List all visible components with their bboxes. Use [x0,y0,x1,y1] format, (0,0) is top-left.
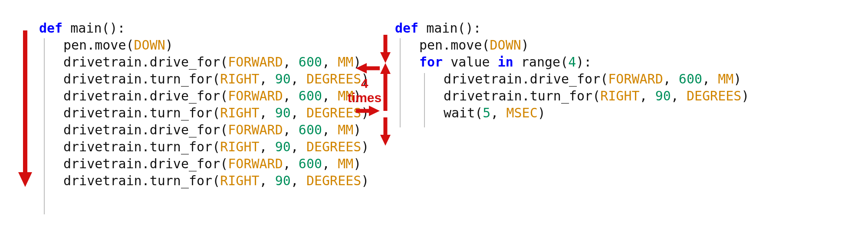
arrow-right-icon [356,104,380,117]
svg-marker-5 [380,63,391,74]
function-name: main [70,20,102,36]
code-line: drivetrain.turn_for(RIGHT, 90, DEGREES) [39,70,369,87]
arrow-left-icon [356,62,380,75]
keyword-def: def [39,20,62,36]
loop-count-word: times [347,90,382,105]
code-line: def main(): [39,20,369,37]
svg-marker-7 [356,63,367,73]
loop-count-number: 4 [347,76,382,90]
code-line: drivetrain.turn_for(RIGHT, 90, DEGREES) [39,138,369,155]
keyword-for: for [419,54,443,70]
indent-guide-right-2 [424,73,425,127]
code-line: def main(): [395,20,749,37]
code-block-right: def main(): pen.move(DOWN) for value in … [395,20,749,121]
indent-guide-right-1 [400,38,401,127]
code-line: pen.move(DOWN) [395,37,749,53]
code-line: pen.move(DOWN) [39,37,369,53]
code-line: drivetrain.drive_for(FORWARD, 600, MM) [395,70,749,87]
comparison-stage: def main(): pen.move(DOWN) drivetrain.dr… [0,0,868,250]
arrow-down-long-icon [16,30,34,187]
code-line: wait(5, MSEC) [395,104,749,121]
loop-count-label: 4 times [347,76,382,105]
svg-marker-1 [18,172,32,187]
arrow-down-short-icon [379,35,392,63]
code-line: for value in range(4): [395,53,749,70]
code-line: drivetrain.drive_for(FORWARD, 600, MM) [39,155,369,172]
code-block-left: def main(): pen.move(DOWN) drivetrain.dr… [39,20,369,189]
arrow-down-exit-icon [379,117,392,146]
code-line: drivetrain.drive_for(FORWARD, 600, MM) [39,87,369,104]
indent-guide-left [44,38,45,214]
keyword-in: in [498,54,513,70]
svg-marker-11 [380,135,391,146]
svg-marker-3 [380,52,391,63]
keyword-def: def [395,20,418,36]
svg-marker-9 [369,106,380,116]
code-line: drivetrain.turn_for(RIGHT, 90, DEGREES) [39,172,369,189]
code-line: drivetrain.turn_for(RIGHT, 90, DEGREES) [395,87,749,104]
code-line: drivetrain.turn_for(RIGHT, 90, DEGREES) [39,104,369,121]
code-line: drivetrain.drive_for(FORWARD, 600, MM) [39,121,369,138]
code-line: drivetrain.drive_for(FORWARD, 600, MM) [39,53,369,70]
